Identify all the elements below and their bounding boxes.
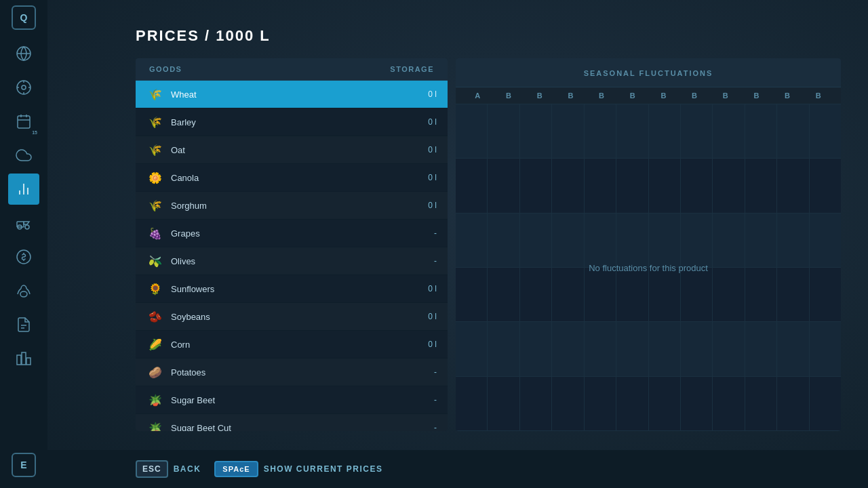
season-col-label: B	[772, 92, 804, 100]
goods-storage: 0 l	[410, 173, 437, 182]
goods-storage: 0 l	[410, 89, 437, 99]
sidebar-item-drive[interactable]	[8, 72, 39, 103]
goods-storage: -	[410, 395, 437, 405]
season-col-label: B	[494, 92, 525, 100]
goods-icon: 🌼	[146, 169, 164, 186]
table-row[interactable]: 🌼Canola0 l	[136, 164, 448, 192]
goods-storage: 0 l	[410, 284, 437, 293]
table-row[interactable]: 🫒Olives-	[136, 247, 448, 275]
space-key-badge: SPAcE	[214, 461, 258, 477]
grid-row	[456, 377, 841, 431]
grid-cell	[810, 322, 841, 375]
show-prices-button[interactable]: SPAcE SHOW CURRENT PRICES	[214, 461, 382, 477]
table-row[interactable]: 🌻Sunflowers0 l	[136, 275, 448, 303]
svg-rect-24	[26, 358, 31, 365]
grid-cell	[713, 322, 745, 375]
goods-icon: 🌾	[146, 141, 164, 159]
grid-cell	[745, 214, 777, 267]
sidebar-item-animals[interactable]	[8, 275, 39, 306]
season-col-label: B	[648, 92, 679, 100]
goods-header: GOODS STORAGE	[136, 58, 448, 81]
table-row[interactable]: 🥔Potatoes-	[136, 359, 448, 386]
grid-cell	[552, 104, 584, 158]
grid-cell	[456, 214, 488, 267]
table-row[interactable]: 🪴Sugar Beet Cut-	[136, 414, 448, 431]
col-header-storage: STORAGE	[390, 65, 434, 73]
season-col-label: B	[679, 92, 711, 100]
goods-icon: 🪴	[146, 419, 164, 431]
grid-cell	[745, 377, 777, 430]
sidebar-item-globe[interactable]	[8, 38, 39, 69]
q-button[interactable]: Q	[12, 5, 36, 30]
sidebar-item-weather[interactable]	[8, 140, 39, 171]
grid-cell	[745, 159, 777, 212]
grid-cell	[616, 268, 648, 321]
sidebar-item-stats[interactable]	[8, 174, 39, 205]
table-row[interactable]: 🌾Oat0 l	[136, 136, 448, 164]
grid-cell	[745, 268, 777, 321]
grid-cell	[552, 159, 584, 212]
goods-storage: -	[410, 423, 437, 431]
seasonal-header: SEASONAL FLUCTUATIONS	[456, 58, 841, 87]
season-col-label: B	[587, 92, 618, 100]
grid-cell	[456, 377, 488, 430]
main-content: PRICES / 1000 L GOODS STORAGE 🌾Wheat0 l🌾…	[47, 0, 868, 488]
grid-cell	[681, 322, 713, 375]
grid-cell	[777, 322, 809, 375]
goods-icon: 🫒	[146, 252, 164, 270]
table-row[interactable]: 🌾Sorghum0 l	[136, 192, 448, 220]
svg-rect-23	[22, 352, 26, 365]
no-fluctuations-message: No fluctuations for this product	[589, 263, 708, 273]
grid-cell	[520, 104, 552, 158]
grid-cell	[649, 159, 681, 212]
grid-cell	[520, 322, 552, 375]
sidebar-item-contracts[interactable]	[8, 309, 39, 340]
table-row[interactable]: 🪴Sugar Beet-	[136, 386, 448, 414]
goods-name: Wheat	[171, 89, 410, 100]
grid-cell	[777, 104, 809, 158]
goods-name: Grapes	[171, 228, 410, 239]
calendar-badge: 15	[32, 130, 37, 135]
show-prices-label: SHOW CURRENT PRICES	[264, 464, 383, 474]
table-row[interactable]: 🌾Wheat0 l	[136, 81, 448, 108]
sidebar-item-calendar[interactable]: 15	[8, 106, 39, 137]
grid-row	[456, 159, 841, 213]
goods-icon: 🌽	[146, 336, 164, 353]
sidebar-item-money[interactable]	[8, 241, 39, 272]
goods-storage: 0 l	[410, 201, 437, 210]
table-row[interactable]: 🌾Barley0 l	[136, 108, 448, 136]
grid-cell	[456, 322, 488, 375]
goods-icon: 🌾	[146, 197, 164, 214]
table-row[interactable]: 🌽Corn0 l	[136, 331, 448, 359]
goods-icon: 🥔	[146, 363, 164, 381]
grid-cell	[520, 268, 552, 321]
goods-icon: 🫘	[146, 308, 164, 325]
season-col-label: B	[555, 92, 587, 100]
grid-cell	[681, 214, 713, 267]
goods-name: Sunflowers	[171, 284, 410, 294]
grid-cell	[585, 104, 616, 158]
back-label: BACK	[174, 464, 201, 474]
esc-key-badge: ESC	[136, 460, 168, 478]
table-row[interactable]: 🍇Grapes-	[136, 220, 448, 247]
sidebar: Q 15 E	[0, 0, 47, 488]
grid-cell	[810, 268, 841, 321]
grid-cell	[681, 377, 713, 430]
grid-cell	[810, 104, 841, 158]
grid-cell	[649, 214, 681, 267]
e-button[interactable]: E	[12, 453, 36, 477]
seasonal-columns: ABBBBBBBBBBB	[456, 87, 841, 104]
goods-name: Soybeans	[171, 312, 410, 322]
grid-cell	[810, 214, 841, 267]
back-button[interactable]: ESC BACK	[136, 460, 201, 478]
grid-cell	[552, 214, 584, 267]
goods-storage: 0 l	[410, 117, 437, 127]
grid-cell	[520, 214, 552, 267]
grid-cell	[649, 322, 681, 375]
goods-icon: 🌾	[146, 85, 164, 103]
sidebar-item-tractor[interactable]	[8, 207, 39, 239]
table-row[interactable]: 🫘Soybeans0 l	[136, 303, 448, 331]
sidebar-item-productions[interactable]	[8, 343, 39, 374]
goods-list[interactable]: 🌾Wheat0 l🌾Barley0 l🌾Oat0 l🌼Canola0 l🌾Sor…	[136, 81, 448, 431]
grid-cell	[810, 159, 841, 212]
